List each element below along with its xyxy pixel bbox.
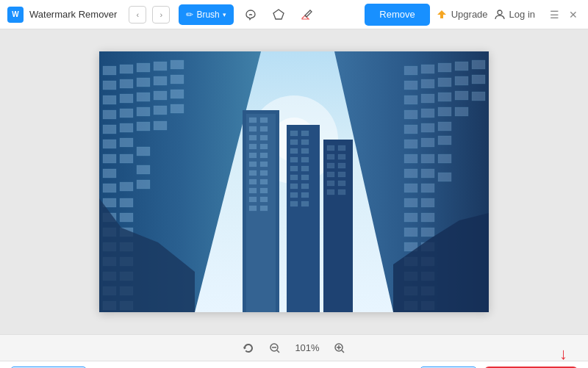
svg-rect-33 [120, 182, 133, 191]
svg-rect-116 [260, 153, 268, 158]
svg-rect-74 [421, 123, 434, 132]
svg-rect-157 [327, 181, 334, 186]
svg-rect-14 [171, 75, 184, 84]
svg-rect-128 [260, 206, 268, 211]
svg-rect-124 [260, 188, 268, 193]
svg-rect-24 [103, 125, 116, 134]
svg-rect-34 [137, 147, 150, 156]
svg-rect-7 [137, 63, 150, 72]
svg-rect-32 [103, 184, 116, 192]
svg-rect-145 [301, 192, 309, 198]
svg-rect-118 [260, 162, 268, 167]
svg-rect-122 [260, 179, 268, 184]
svg-rect-120 [260, 170, 268, 176]
zoom-level: 101% [293, 342, 322, 353]
svg-rect-66 [404, 95, 417, 104]
brush-button[interactable]: ✏ Brush ▾ [179, 4, 233, 25]
svg-rect-143 [301, 184, 309, 189]
svg-rect-73 [404, 125, 417, 134]
svg-rect-8 [154, 62, 167, 71]
svg-rect-6 [120, 65, 133, 73]
login-button[interactable]: Log in [494, 4, 535, 25]
polygon-icon [272, 8, 285, 21]
svg-rect-138 [290, 166, 298, 171]
svg-rect-134 [290, 148, 298, 154]
svg-rect-93 [404, 228, 417, 237]
zoom-out-icon [269, 342, 281, 354]
svg-rect-110 [260, 126, 268, 131]
svg-rect-147 [301, 201, 309, 206]
svg-rect-23 [154, 106, 167, 115]
svg-rect-21 [120, 109, 133, 118]
zoom-in-icon [334, 342, 345, 354]
svg-rect-37 [103, 198, 116, 207]
svg-rect-59 [455, 62, 468, 71]
svg-rect-20 [103, 110, 116, 119]
title-bar: W Watermark Remover ‹ › ✏ Brush ▾ Remove… [0, 0, 588, 29]
svg-rect-90 [404, 213, 417, 222]
svg-rect-60 [472, 60, 485, 69]
svg-rect-75 [438, 122, 451, 131]
zoom-in-button[interactable] [331, 339, 348, 357]
svg-rect-109 [249, 126, 257, 131]
erase-tool-button[interactable] [295, 4, 318, 26]
remove-button[interactable]: Remove [365, 4, 429, 26]
svg-point-0 [498, 10, 502, 15]
bottom-bar: New Image Crop ↓ Download [0, 361, 588, 368]
upgrade-icon [436, 9, 448, 21]
svg-rect-86 [421, 184, 434, 192]
svg-rect-88 [404, 198, 417, 207]
back-button[interactable]: ‹ [129, 6, 146, 24]
close-button[interactable]: ✕ [566, 7, 581, 22]
svg-rect-82 [438, 136, 451, 145]
upgrade-button[interactable]: Upgrade [436, 4, 488, 25]
svg-rect-149 [327, 145, 334, 151]
svg-rect-13 [154, 76, 167, 85]
reset-zoom-button[interactable] [240, 339, 257, 357]
svg-rect-78 [404, 140, 417, 148]
svg-rect-56 [404, 66, 417, 75]
svg-rect-131 [301, 131, 309, 136]
svg-rect-36 [171, 104, 184, 113]
main-image [99, 51, 489, 312]
svg-rect-117 [249, 162, 257, 167]
svg-rect-89 [421, 198, 434, 207]
reset-zoom-icon [243, 342, 254, 354]
svg-rect-72 [438, 107, 451, 116]
svg-rect-26 [137, 122, 150, 131]
building-scene-svg [99, 51, 489, 312]
zoom-out-button[interactable] [266, 339, 284, 357]
svg-rect-10 [103, 81, 116, 90]
svg-rect-25 [120, 123, 133, 132]
svg-rect-119 [249, 170, 257, 176]
svg-rect-64 [455, 76, 468, 85]
forward-button[interactable]: › [152, 6, 170, 24]
svg-rect-9 [171, 60, 184, 69]
svg-rect-68 [438, 93, 451, 101]
svg-rect-80 [404, 154, 417, 163]
svg-rect-71 [421, 109, 434, 118]
svg-rect-156 [338, 172, 345, 177]
chevron-down-icon: ▾ [223, 11, 226, 18]
svg-rect-112 [260, 135, 268, 140]
svg-rect-11 [120, 79, 133, 88]
svg-rect-94 [421, 228, 434, 237]
polygon-tool-button[interactable] [268, 4, 290, 26]
svg-rect-58 [438, 63, 451, 72]
svg-rect-144 [290, 192, 298, 198]
svg-rect-16 [120, 94, 133, 103]
lasso-tool-button[interactable] [240, 4, 262, 26]
svg-rect-158 [338, 181, 345, 186]
svg-rect-111 [249, 135, 257, 140]
svg-rect-41 [137, 165, 150, 174]
svg-rect-151 [327, 154, 334, 159]
window-controls: ☰ ✕ [547, 7, 581, 22]
brush-label: Brush [196, 10, 219, 20]
svg-rect-61 [404, 81, 417, 90]
app-logo: W [7, 7, 24, 23]
svg-rect-136 [290, 157, 298, 162]
menu-button[interactable]: ☰ [547, 7, 562, 22]
svg-rect-22 [137, 107, 150, 116]
erase-icon [300, 8, 313, 21]
svg-rect-127 [249, 206, 257, 211]
